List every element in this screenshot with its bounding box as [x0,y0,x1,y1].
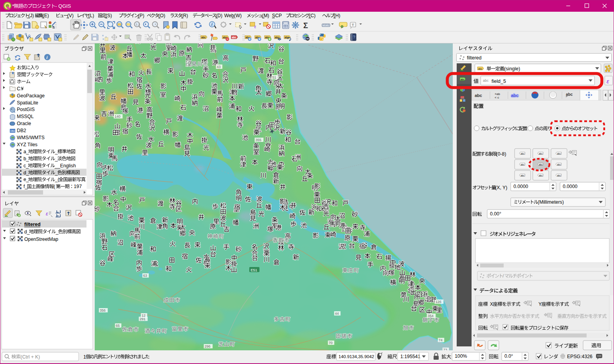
svg-text:- QGIS: - QGIS [55,3,71,9]
svg-text:abc: abc [275,36,280,39]
svg-text:a: a [52,25,55,29]
svg-text:51: 51 [272,75,276,79]
svg-text:(X, Y): (X, Y) [495,185,507,190]
svg-text:filtered: filtered [24,222,41,227]
svg-text:(Millimeters): (Millimeters) [538,199,564,205]
svg-text:(0-8): (0-8) [496,151,506,157]
svg-text:(O): (O) [158,13,166,18]
svg-text:SCP: SCP [272,13,282,18]
svg-text:e_: e_ [23,177,29,182]
svg-text:0.0000: 0.0000 [513,184,528,189]
svg-text:_: _ [55,149,58,154]
svg-text:DB2: DB2 [11,130,15,132]
svg-text:_(: _( [55,177,60,182]
svg-text:0.0000: 0.0000 [563,184,578,189]
svg-text:abc: abc [557,174,561,177]
svg-text:ε: ε [254,25,256,29]
svg-text:abc: abc [521,174,524,177]
svg-text:70: 70 [329,341,333,345]
svg-text:abc: abc [539,152,542,155]
svg-text:b_: b_ [23,156,29,161]
svg-text:0.0°: 0.0° [504,353,513,359]
svg-text:abc: abc [557,152,561,155]
svg-text:126: 126 [436,300,441,304]
svg-text:PostGIS: PostGIS [17,107,35,112]
svg-text:(M): (M) [262,13,269,18]
svg-text:ε: ε [607,78,609,84]
svg-text:/: / [502,273,504,279]
svg-text:c_: c_ [23,163,29,169]
svg-text:GeoPackage: GeoPackage [17,93,45,99]
svg-text:296: 296 [205,344,211,348]
svg-text:abc: abc [202,36,206,39]
svg-text:355: 355 [256,138,261,142]
svg-text:abc: abc [521,152,524,155]
svg-text:(R): (R) [182,13,188,18]
svg-text:EPSG:4326: EPSG:4326 [567,354,592,359]
svg-text:Σ: Σ [303,21,308,30]
svg-text:T: T [352,23,354,27]
svg-text:abc: abc [232,36,237,39]
svg-text:_: _ [55,156,58,161]
svg-text:SpatiaLite: SpatiaLite [17,100,38,106]
svg-text:(V): (V) [67,13,74,18]
svg-text:abc: abc [511,93,519,98]
svg-text:43: 43 [217,65,221,69]
svg-text:0.00°: 0.00° [490,211,501,217]
svg-text:d_: d_ [24,229,30,235]
svg-text:(Ctrl + K): (Ctrl + K) [21,354,40,360]
svg-text:E51: E51 [251,268,257,272]
svg-text:74: 74 [439,338,443,342]
svg-text:abc: abc [461,78,464,81]
svg-text:__English: __English [54,163,76,169]
svg-text:291: 291 [140,317,146,321]
svg-text:(D): (D) [216,13,222,18]
svg-text:XYZ Tiles: XYZ Tiles [17,142,38,147]
svg-text:*: * [12,3,14,9]
svg-text:C:: C: [17,86,22,91]
svg-text:d_: d_ [23,170,29,176]
svg-text:?: ? [353,35,355,39]
svg-text:WMS/WMTS: WMS/WMTS [17,135,45,140]
svg-text:abc: abc [557,163,561,166]
svg-text:140.9134,35.9042: 140.9134,35.9042 [339,354,374,359]
svg-text:filtered: filtered [467,55,482,61]
svg-text:OpenStreetMap: OpenStreetMap [24,237,58,242]
svg-text:(single): (single) [504,66,520,72]
svg-text:354: 354 [428,314,434,318]
svg-text:field_5: field_5 [492,79,506,84]
svg-text:(S): (S) [106,13,112,18]
svg-text:abc: abc [285,36,290,39]
svg-text:Y: Y [538,301,542,307]
svg-text:abc: abc [539,174,542,177]
svg-text:(P): (P) [138,13,144,18]
svg-text:(C): (C) [309,13,315,18]
svg-text:(E): (E) [43,13,49,18]
svg-text:f_: f_ [23,184,27,189]
svg-text:abc: abc [483,79,489,82]
svg-text:63: 63 [143,274,147,278]
svg-text:197: 197 [74,184,82,189]
svg-text:1: 1 [83,354,86,360]
svg-text:ε: ε [46,211,48,217]
svg-text:abc: abc [521,163,524,166]
svg-text:(J): (J) [28,13,34,18]
svg-text:(H): (H) [334,13,340,18]
svg-text:abc: abc [478,68,483,70]
svg-text:_: _ [55,170,58,176]
svg-text:44: 44 [335,312,339,316]
svg-text:Oracle: Oracle [17,121,31,126]
svg-text:_: _ [56,229,59,235]
svg-text:Web(W): Web(W) [224,13,241,18]
svg-text:140: 140 [115,115,121,118]
svg-text:1:1: 1:1 [136,23,140,26]
svg-text:1:195541: 1:195541 [400,354,420,359]
svg-text:100%: 100% [455,353,467,359]
svg-text:DB2: DB2 [17,128,26,133]
svg-text:+ab: +ab [495,92,500,96]
svg-text:MSSQL: MSSQL [17,114,34,119]
svg-text:abc: abc [539,163,542,166]
svg-text:65: 65 [116,324,120,328]
svg-text:X: X [490,301,493,307]
svg-text:(L): (L) [88,13,94,18]
